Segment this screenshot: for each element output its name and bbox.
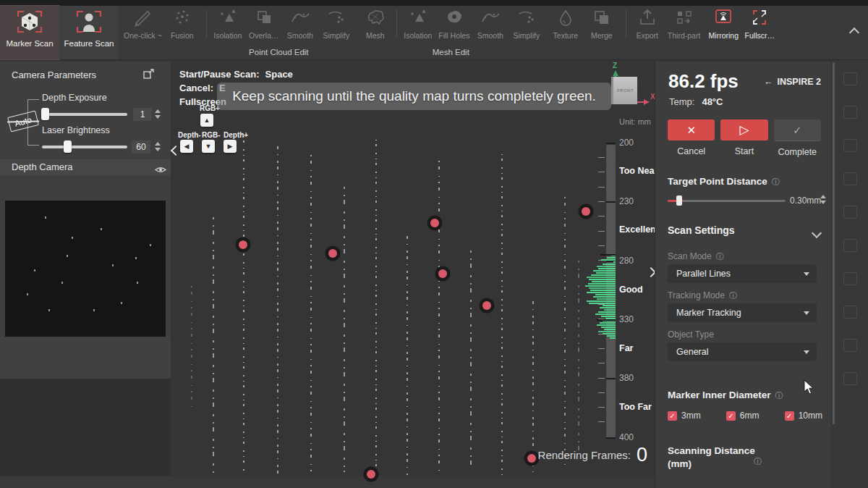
depth-exposure-slider[interactable] xyxy=(42,113,127,116)
temp-value: 48°C xyxy=(702,96,723,107)
fullscr-button[interactable]: Fullscr… xyxy=(741,6,778,40)
simplify-button[interactable]: Simplify xyxy=(509,6,545,40)
pen-icon xyxy=(130,7,155,30)
device-back-link[interactable]: ←INSPIRE 2 xyxy=(764,77,821,87)
depth-range-scale: Unit: mm 200230280330380400Too NearExcel… xyxy=(593,116,657,450)
depth-exposure-stepper[interactable] xyxy=(155,109,161,119)
eye-icon[interactable] xyxy=(155,164,166,177)
scan-marker xyxy=(427,216,443,231)
hotkey-key: Space xyxy=(265,69,293,80)
scan-marker xyxy=(364,467,379,482)
toolbar-item-label: Overla… xyxy=(249,31,278,40)
left-panel-collapse-button[interactable] xyxy=(169,141,182,160)
toolbar-item-label: Isolation xyxy=(213,31,242,40)
toolbar-item-label: One-click ~ xyxy=(124,31,162,40)
info-icon[interactable]: ⓘ xyxy=(775,391,783,400)
mirroring-button[interactable]: Mirroring xyxy=(705,6,741,40)
isolation-button[interactable]: Isolation xyxy=(400,6,436,40)
toolbar-item-label: Simplify xyxy=(323,31,349,40)
checkbox-10mm[interactable]: ✓10mm xyxy=(785,411,822,421)
info-icon[interactable]: ⓘ xyxy=(754,456,762,467)
scale-tick xyxy=(598,231,605,232)
complete-button[interactable]: ✓ xyxy=(774,119,821,141)
arrow-right-key[interactable]: ▶ xyxy=(224,140,237,153)
scan-mode-dropdown[interactable]: Parallel Lines xyxy=(668,264,817,283)
target-point-distance-slider[interactable] xyxy=(668,200,786,202)
toolbar-collapse-button[interactable] xyxy=(851,26,858,39)
tab-marker-scan[interactable]: Marker Scan xyxy=(0,6,59,59)
arrow-down-key[interactable]: ▼ xyxy=(202,140,215,153)
laser-brightness-slider[interactable] xyxy=(42,146,127,148)
cancel-button[interactable]: ✕ xyxy=(668,119,715,140)
scale-major-tick xyxy=(606,201,616,203)
dropdown-value: General xyxy=(676,347,804,357)
fusion-button[interactable]: Fusion xyxy=(164,6,200,40)
merge-button[interactable]: Merge xyxy=(584,6,620,40)
scan-settings-collapse[interactable] xyxy=(813,227,820,240)
object-type-dropdown[interactable]: General xyxy=(668,342,817,361)
target-point-distance-handle[interactable] xyxy=(676,195,682,206)
marker-inner-diameter-label: Marker Inner Diameterⓘ xyxy=(668,390,783,401)
overla-button[interactable]: Overla… xyxy=(246,6,282,40)
dropdown-value: Marker Tracking xyxy=(676,308,804,318)
mesh-button[interactable]: Mesh xyxy=(357,6,393,40)
toolbar-separator xyxy=(626,10,626,38)
tab-feature-scan[interactable]: Feature Scan xyxy=(59,6,119,59)
depth-camera-preview xyxy=(5,201,166,337)
laser-brightness-stepper[interactable] xyxy=(155,142,161,151)
side-tool-icon[interactable] xyxy=(843,372,857,385)
arrow-up-key[interactable]: ▲ xyxy=(200,114,213,127)
target-point-distance-label: Target Point Distanceⓘ xyxy=(668,176,780,188)
depth-exposure-handle[interactable] xyxy=(41,108,49,120)
tracking-mode-dropdown[interactable]: Marker Tracking xyxy=(668,303,817,322)
toolbar-group-row: IsolationOverla…SmoothSimplify xyxy=(203,6,354,46)
depth-camera-section[interactable]: Depth Camera xyxy=(0,159,171,175)
side-tool-icon[interactable] xyxy=(843,206,857,219)
auto-exposure-button[interactable]: Auto xyxy=(7,110,39,132)
side-tool-icon[interactable] xyxy=(843,72,857,85)
target-point-distance-stepper[interactable] xyxy=(820,195,826,204)
scan-settings-title: Scan Settings xyxy=(668,224,735,236)
side-tool-icon[interactable] xyxy=(843,172,857,185)
checkbox-6mm[interactable]: ✓6mm xyxy=(726,411,760,421)
view-cube-front[interactable]: FRONT xyxy=(611,77,637,104)
laser-brightness-value[interactable]: 60 xyxy=(132,140,150,153)
tooltip-text: Keep scanning until the quality map turn… xyxy=(232,88,596,104)
side-tool-icon[interactable] xyxy=(843,272,857,285)
checkbox-3mm[interactable]: ✓3mm xyxy=(668,411,701,421)
checkbox-icon: ✓ xyxy=(726,411,736,421)
texture-button[interactable]: Texture xyxy=(548,6,584,40)
side-tool-icon[interactable] xyxy=(843,339,857,352)
depth-exposure-value[interactable]: 1 xyxy=(133,108,152,121)
detach-window-icon[interactable] xyxy=(143,69,155,82)
laser-brightness-handle[interactable] xyxy=(64,140,72,153)
side-tool-icon[interactable] xyxy=(843,239,857,252)
isolation-button[interactable]: Isolation xyxy=(210,6,246,40)
smooth-button[interactable]: Smooth xyxy=(282,6,318,40)
third-part-icon xyxy=(672,7,697,30)
info-icon[interactable]: ⓘ xyxy=(716,252,724,261)
scale-tick xyxy=(598,363,605,363)
one-click-button[interactable]: One-click ~ xyxy=(122,6,164,40)
export-button[interactable]: Export xyxy=(629,6,665,40)
scale-tick xyxy=(598,201,605,202)
simplify-button[interactable]: Simplify xyxy=(318,6,354,40)
toolbar-group: MeshIsolationFill HolesSmoothSimplifyMes… xyxy=(357,6,545,59)
smooth-icon xyxy=(288,7,312,30)
side-tool-icon[interactable] xyxy=(843,139,857,152)
smooth-button[interactable]: Smooth xyxy=(472,6,509,40)
scale-number: 230 xyxy=(619,196,634,206)
scrollbar[interactable] xyxy=(833,62,835,424)
info-icon[interactable]: ⓘ xyxy=(729,291,737,300)
side-tool-icon[interactable] xyxy=(843,106,857,119)
toolbar-item-label: Third-part xyxy=(668,31,701,40)
side-tool-icon[interactable] xyxy=(843,306,857,319)
depth-pixel xyxy=(93,309,95,311)
start-button[interactable]: ▷ xyxy=(720,119,767,140)
third-part-button[interactable]: Third-part xyxy=(665,6,703,40)
checkbox-label: 6mm xyxy=(740,411,760,421)
toolbar-item-label: Simplify xyxy=(513,31,540,40)
target-point-distance-value[interactable]: 0.30mm xyxy=(790,195,821,206)
fill-holes-button[interactable]: Fill Holes xyxy=(436,6,472,40)
info-icon[interactable]: ⓘ xyxy=(772,177,780,186)
